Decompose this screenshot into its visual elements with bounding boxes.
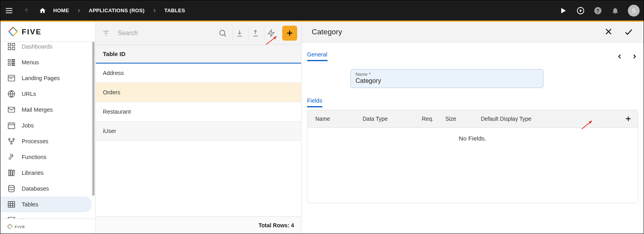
sidebar-item-instances[interactable]: Instances <box>0 212 91 219</box>
tab-nav <box>616 53 638 60</box>
chevron-right-icon <box>76 8 82 13</box>
list-row[interactable]: iUser <box>96 122 301 141</box>
tab-fields[interactable]: Fields <box>307 97 322 107</box>
menu-icon[interactable] <box>4 6 14 15</box>
search-icon[interactable] <box>218 29 227 37</box>
sidebar-item-label: Jobs <box>22 122 34 129</box>
tab-general[interactable]: General <box>307 51 328 61</box>
database-icon <box>7 184 16 193</box>
col-size[interactable]: Size <box>441 111 477 127</box>
export-icon[interactable] <box>248 26 262 40</box>
list-row[interactable]: Orders <box>96 83 301 102</box>
sidebar-item-functions[interactable]: fx Functions <box>0 149 91 165</box>
table-icon <box>7 200 16 209</box>
avatar[interactable]: S <box>628 5 640 17</box>
play-icon[interactable] <box>558 6 568 15</box>
list-row[interactable]: Address <box>96 64 301 83</box>
up-arrow-icon <box>22 6 31 15</box>
home-icon <box>39 7 46 14</box>
sidebar-item-processes[interactable]: Processes <box>0 133 91 149</box>
sidebar-item-libraries[interactable]: Libraries <box>0 165 91 181</box>
col-display-type[interactable]: Default Display Type <box>477 111 620 127</box>
monitor-icon <box>7 215 16 219</box>
sidebar-item-urls[interactable]: URLs <box>0 86 91 102</box>
fields-table-head: Name Data Type Req. Size Default Display… <box>307 110 638 128</box>
sidebar-item-label: URLs <box>22 91 36 97</box>
sidebar-item-label: Databases <box>22 185 49 192</box>
sidebar-scroll[interactable]: Dashboards Menus Landing Pages URLs Mail… <box>0 42 95 219</box>
chevron-right-icon[interactable] <box>631 53 638 60</box>
search-wrap <box>115 27 230 39</box>
svg-marker-55 <box>268 30 274 37</box>
svg-rect-19 <box>12 65 15 66</box>
sidebar: FIVE Dashboards Menus Landing Pages <box>0 22 96 234</box>
detail-body: General Name * Fields Name Data Type Req… <box>302 43 644 234</box>
function-icon: fx <box>7 152 16 162</box>
col-name[interactable]: Name <box>307 111 359 127</box>
logo: FIVE <box>0 22 95 42</box>
lightning-icon[interactable] <box>264 26 277 40</box>
sidebar-item-landing-pages[interactable]: Landing Pages <box>0 70 91 86</box>
svg-marker-6 <box>580 9 582 12</box>
svg-rect-10 <box>8 43 11 46</box>
name-input[interactable] <box>356 77 538 84</box>
calendar-icon <box>7 121 16 130</box>
sidebar-item-mail-merges[interactable]: Mail Merges <box>0 102 91 118</box>
chevron-left-icon[interactable] <box>616 53 623 60</box>
breadcrumb-current[interactable]: TABLES <box>164 7 185 13</box>
svg-rect-12 <box>8 47 11 50</box>
mail-icon <box>7 105 16 114</box>
tab-row-fields: Fields <box>307 97 638 110</box>
search-input[interactable] <box>118 30 214 37</box>
import-icon[interactable] <box>233 26 246 40</box>
sidebar-item-label: Mail Merges <box>22 107 53 113</box>
svg-text:FIVE: FIVE <box>15 225 26 229</box>
svg-point-30 <box>9 139 10 140</box>
breadcrumb-app[interactable]: APPLICATIONS (ROS) <box>89 7 145 13</box>
detail-header-actions <box>604 27 633 37</box>
svg-rect-14 <box>8 60 11 62</box>
main: FIVE Dashboards Menus Landing Pages <box>0 22 644 234</box>
sidebar-item-databases[interactable]: Databases <box>0 181 91 197</box>
name-field[interactable]: Name * <box>350 69 543 88</box>
svg-text:?: ? <box>596 7 599 13</box>
sidebar-item-label: Tables <box>22 201 38 208</box>
sidebar-item-label: Instances <box>22 217 46 219</box>
check-icon[interactable] <box>624 27 633 37</box>
sidebar-item-menus[interactable]: Menus <box>0 54 91 70</box>
col-req[interactable]: Req. <box>418 111 441 127</box>
name-field-label: Name * <box>356 72 538 77</box>
sidebar-item-tables[interactable]: Tables <box>0 197 91 212</box>
add-field-button[interactable] <box>620 110 638 127</box>
help-icon[interactable]: ? <box>593 6 603 15</box>
svg-text:fx: fx <box>9 157 12 161</box>
process-icon <box>7 137 16 146</box>
menus-icon <box>7 58 16 67</box>
breadcrumb-home[interactable]: HOME <box>53 7 69 13</box>
fields-table-body: No Fields. <box>307 128 638 203</box>
sidebar-item-jobs[interactable]: Jobs <box>0 118 91 133</box>
svg-rect-18 <box>12 63 15 64</box>
sidebar-item-label: Processes <box>22 138 48 144</box>
sidebar-item-label: Landing Pages <box>22 75 60 81</box>
filter-icon[interactable] <box>100 29 112 37</box>
footer-count: 4 <box>291 222 294 228</box>
svg-rect-20 <box>8 75 15 81</box>
avatar-initial: S <box>632 7 635 14</box>
empty-text: No Fields. <box>459 135 486 142</box>
scrollbar[interactable] <box>92 42 95 196</box>
svg-marker-4 <box>561 8 566 13</box>
bell-icon[interactable] <box>610 6 620 15</box>
col-data-type[interactable]: Data Type <box>359 111 418 127</box>
add-button[interactable] <box>282 26 297 41</box>
fields-table: Name Data Type Req. Size Default Display… <box>307 110 638 203</box>
close-icon[interactable] <box>604 27 613 37</box>
list-column-header[interactable]: Table ID <box>96 45 301 64</box>
sidebar-item-label: Dashboards <box>22 43 52 50</box>
sidebar-item-dashboards[interactable]: Dashboards <box>0 42 91 54</box>
list-row[interactable]: Restaurant <box>96 102 301 122</box>
svg-point-53 <box>220 30 225 36</box>
sidebar-item-label: Libraries <box>22 170 44 176</box>
search-ring-icon[interactable] <box>576 6 585 15</box>
svg-rect-11 <box>12 43 15 46</box>
